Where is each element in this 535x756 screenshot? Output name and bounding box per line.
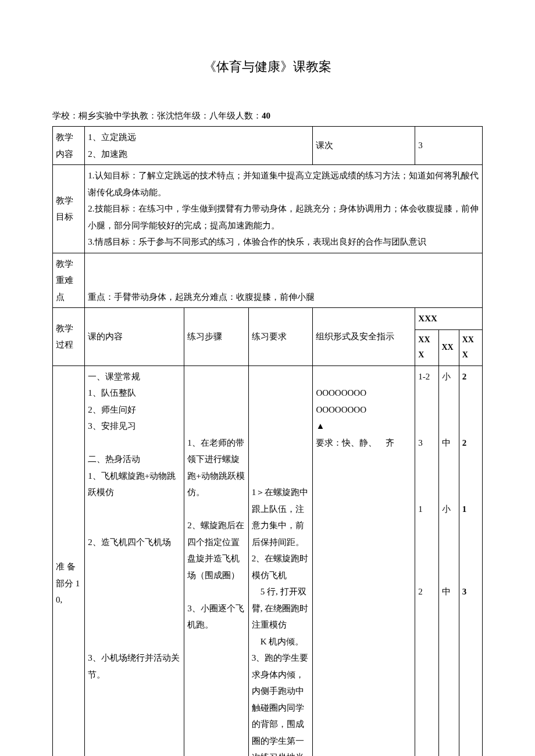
- hdr-content: 课的内容: [85, 308, 184, 366]
- prep-col6a: 1-2 3 1 2: [415, 366, 438, 756]
- row-content: 教学内容 1、立定跳远 2、加速跑 课次 3: [53, 127, 483, 165]
- hdr-sub-a: XXX: [415, 329, 438, 366]
- label-content: 教学内容: [53, 127, 85, 165]
- prep-col6c: 2 2 1 3: [459, 366, 482, 756]
- count-value: 40: [262, 111, 270, 120]
- prep-col6b: 小 中 小 中: [438, 366, 459, 756]
- school-value: 桐乡实验中学: [79, 111, 131, 120]
- keci-value: 3: [415, 127, 483, 165]
- content-text: 1、立定跳远 2、加速跑: [85, 127, 313, 165]
- meta-line: 学校：桐乡实验中学执教：张沈恺年级：八年级人数：40: [52, 110, 483, 121]
- row-keypoints: 教学重难点 重点：手臂带动身体，起跳充分难点：收腹提膝，前伸小腿: [53, 253, 483, 308]
- hdr-process: 教学过程: [53, 308, 85, 366]
- row-goals: 教学目标 1.认知目标：了解立定跳远的技术特点；并知道集中提高立定跳远成绩的练习…: [53, 165, 483, 253]
- goals-text: 1.认知目标：了解立定跳远的技术特点；并知道集中提高立定跳远成绩的练习方法；知道…: [85, 165, 483, 253]
- lesson-plan-table: 教学内容 1、立定跳远 2、加速跑 课次 3 教学目标 1.认知目标：了解立定跳…: [52, 126, 483, 756]
- hdr-org: 组织形式及安全指示: [313, 308, 415, 366]
- label-goals: 教学目标: [53, 165, 85, 253]
- header-row: 教学过程 课的内容 练习步骤 练习要求 组织形式及安全指示 XXX: [53, 308, 483, 330]
- hdr-requirements: 练习要求: [248, 308, 313, 366]
- prep-col2: 一、课堂常规 1、队伍整队 2、师生问好 3、安排见习 二、热身活动 1、飞机螺…: [85, 366, 184, 756]
- prep-col4: 1＞在螺旋跑中跟上队伍，注意力集中，前后保持间距。 2、在螺旋跑时模仿飞机 5 …: [248, 366, 313, 756]
- label-keypoints: 教学重难点: [53, 253, 85, 308]
- teacher-value: 张沈恺: [157, 111, 183, 120]
- keci-label: 课次: [313, 127, 415, 165]
- hdr-xxx: XXX: [415, 308, 483, 330]
- teacher-label: 执教：: [131, 111, 157, 120]
- hdr-sub-b: XX: [438, 329, 459, 366]
- prep-col5: OOOOOOOO OOOOOOOO ▲ 要求：快、静、 齐: [313, 366, 415, 756]
- grade-label: 年级：: [183, 111, 209, 120]
- keypoints-text: 重点：手臂带动身体，起跳充分难点：收腹提膝，前伸小腿: [85, 253, 483, 308]
- prep-col3: 1、在老师的带领下进行螺旋跑+动物跳跃模仿。 2、螺旋跑后在四个指定位置盘旋并造…: [184, 366, 249, 756]
- label-prep: 准 备 部分 10,: [53, 366, 85, 756]
- row-prep: 准 备 部分 10, 一、课堂常规 1、队伍整队 2、师生问好 3、安排见习 二…: [53, 366, 483, 756]
- count-label: 人数：: [236, 111, 262, 120]
- page-title: 《体育与健康》课教案: [52, 58, 483, 76]
- grade-value: 八年级: [209, 111, 236, 120]
- hdr-sub-c: XXX: [459, 329, 482, 366]
- school-label: 学校：: [52, 111, 79, 120]
- hdr-steps: 练习步骤: [184, 308, 249, 366]
